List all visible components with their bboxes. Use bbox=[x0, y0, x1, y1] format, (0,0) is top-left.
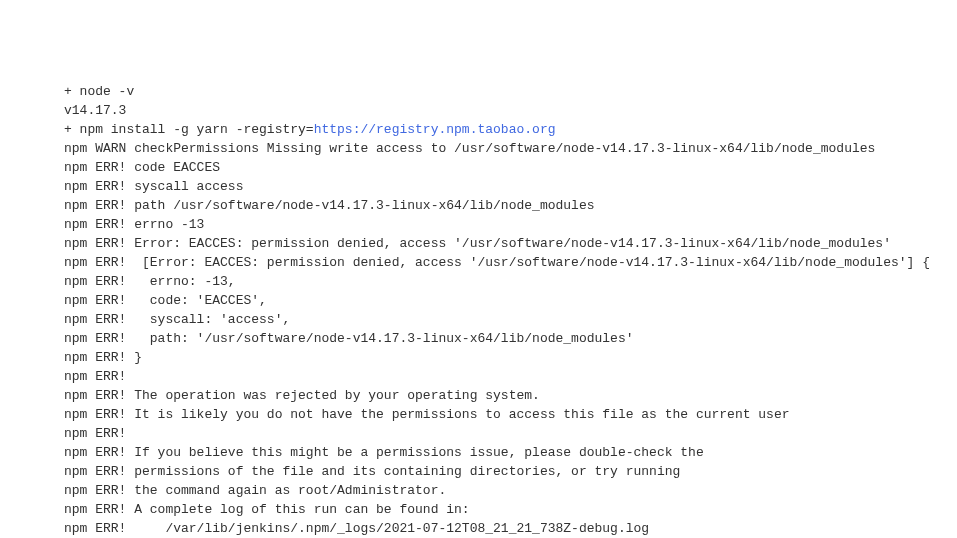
console-line: npm ERR! code EACCES bbox=[64, 158, 957, 177]
console-output: + node -vv14.17.3+ npm install -g yarn -… bbox=[64, 82, 957, 538]
console-line: npm ERR! path: '/usr/software/node-v14.1… bbox=[64, 329, 957, 348]
console-line: npm ERR! syscall access bbox=[64, 177, 957, 196]
console-line: npm ERR! permissions of the file and its… bbox=[64, 462, 957, 481]
console-line: npm ERR! If you believe this might be a … bbox=[64, 443, 957, 462]
console-line: npm ERR! [Error: EACCES: permission deni… bbox=[64, 253, 957, 272]
console-line: npm ERR! the command again as root/Admin… bbox=[64, 481, 957, 500]
console-line: npm ERR! /var/lib/jenkins/.npm/_logs/202… bbox=[64, 519, 957, 538]
console-line: npm ERR! path /usr/software/node-v14.17.… bbox=[64, 196, 957, 215]
console-line: npm ERR! errno: -13, bbox=[64, 272, 957, 291]
console-line: npm WARN checkPermissions Missing write … bbox=[64, 139, 957, 158]
console-line: npm ERR! syscall: 'access', bbox=[64, 310, 957, 329]
console-line: npm ERR! The operation was rejected by y… bbox=[64, 386, 957, 405]
console-line: + npm install -g yarn -registry=https://… bbox=[64, 120, 957, 139]
console-line: npm ERR! A complete log of this run can … bbox=[64, 500, 957, 519]
console-line: npm ERR! code: 'EACCES', bbox=[64, 291, 957, 310]
console-line: + node -v bbox=[64, 82, 957, 101]
console-line: npm ERR! bbox=[64, 424, 957, 443]
console-line: npm ERR! It is likely you do not have th… bbox=[64, 405, 957, 424]
console-line: npm ERR! bbox=[64, 367, 957, 386]
console-line: v14.17.3 bbox=[64, 101, 957, 120]
console-line: npm ERR! errno -13 bbox=[64, 215, 957, 234]
registry-url[interactable]: https://registry.npm.taobao.org bbox=[314, 122, 556, 137]
console-line: npm ERR! } bbox=[64, 348, 957, 367]
console-line: npm ERR! Error: EACCES: permission denie… bbox=[64, 234, 957, 253]
